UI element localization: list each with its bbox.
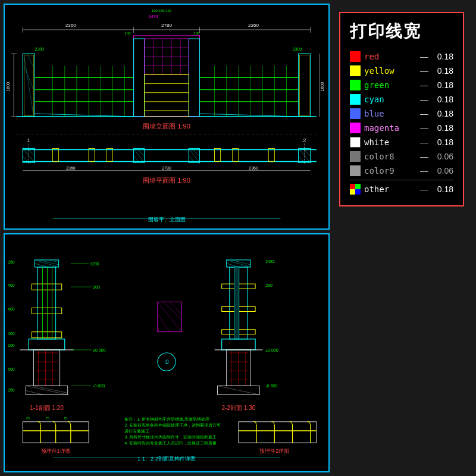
color8-value: 0.06 <box>432 152 453 161</box>
drawings-panel: 2360 2780 2360 1600 1600 围墙立面图 1:90 <box>0 0 333 476</box>
main-container: 2360 2780 2360 1600 1600 围墙立面图 1:90 <box>0 0 476 476</box>
blue-value: 0.18 <box>432 109 453 118</box>
svg-text:1600: 1600 <box>320 82 324 92</box>
legend-row-green: green — 0.18 <box>350 80 453 90</box>
green-dash: — <box>420 80 428 90</box>
svg-text:2300: 2300 <box>35 47 44 51</box>
color8-dash: — <box>420 152 428 161</box>
svg-text:1-1剖面 1:20: 1-1剖面 1:20 <box>30 405 64 411</box>
legend-row-color8: color8 — 0.06 <box>350 151 453 162</box>
svg-text:150: 150 <box>8 388 15 392</box>
color9-value: 0.06 <box>432 166 453 176</box>
svg-text:100: 100 <box>193 32 200 35</box>
svg-rect-161 <box>234 267 239 339</box>
svg-text:1200: 1200 <box>90 262 99 266</box>
svg-text:±0.000: ±0.000 <box>265 348 278 352</box>
svg-text:2360: 2360 <box>248 23 259 28</box>
svg-text:400: 400 <box>8 331 15 336</box>
yellow-label: yellow <box>364 66 416 76</box>
svg-text:600: 600 <box>8 367 15 371</box>
color9-dash: — <box>420 166 428 176</box>
legend-box: 打印线宽 red — 0.18 yellow — 0.18 green — 0.… <box>339 12 464 206</box>
svg-text:-0.600: -0.600 <box>265 384 277 388</box>
yellow-dash: — <box>420 66 428 76</box>
svg-rect-211 <box>355 189 361 195</box>
blue-swatch <box>350 108 361 119</box>
svg-text:100 150 100: 100 150 100 <box>152 9 172 12</box>
green-value: 0.18 <box>432 80 453 90</box>
svg-text:2360: 2360 <box>249 166 258 170</box>
red-value: 0.18 <box>432 52 453 61</box>
magenta-dash: — <box>420 123 428 133</box>
color8-swatch <box>350 151 361 162</box>
yellow-value: 0.18 <box>432 66 453 76</box>
other-dash: — <box>420 184 428 194</box>
svg-text:2: 2 <box>303 137 306 143</box>
color9-label: color9 <box>364 166 416 176</box>
legend-row-color9: color9 — 0.06 <box>350 165 453 176</box>
svg-text:-0.600: -0.600 <box>93 384 105 388</box>
legend-row-blue: blue — 0.18 <box>350 108 453 119</box>
color9-swatch <box>350 165 361 176</box>
svg-text:2. 安装前应将各构件端部处理干净，达到要求后方可: 2. 安装前应将各构件端部处理干净，达到要求后方可 <box>124 423 220 427</box>
svg-text:4. 安装时应由专业施工人员进行，以保证工程质量: 4. 安装时应由专业施工人员进行，以保证工程质量 <box>124 441 216 446</box>
svg-text:75: 75 <box>26 416 30 420</box>
svg-text:进行安装施工: 进行安装施工 <box>124 429 149 433</box>
white-dash: — <box>420 137 428 147</box>
green-swatch <box>350 80 361 90</box>
legend-row-yellow: yellow — 0.18 <box>350 65 453 76</box>
svg-rect-210 <box>350 189 355 195</box>
svg-text:200: 200 <box>265 283 273 287</box>
magenta-swatch <box>350 123 361 133</box>
svg-text:预埋件2详图: 预埋件2详图 <box>259 448 289 454</box>
legend-panel: 打印线宽 red — 0.18 yellow — 0.18 green — 0.… <box>333 0 470 476</box>
legend-row-white: white — 0.18 <box>350 137 453 148</box>
svg-text:①: ① <box>164 359 170 365</box>
red-dash: — <box>420 52 428 61</box>
svg-text:围墙平面图 1:90: 围墙平面图 1:90 <box>143 177 190 184</box>
red-label: red <box>364 52 416 61</box>
svg-text:±0.000: ±0.000 <box>93 348 106 352</box>
svg-text:100: 100 <box>8 343 15 347</box>
svg-text:400: 400 <box>8 307 15 311</box>
svg-text:2-2剖面 1:30: 2-2剖面 1:30 <box>221 405 255 411</box>
green-label: green <box>364 80 416 90</box>
blue-label: blue <box>364 109 416 118</box>
top-drawing-svg: 2360 2780 2360 1600 1600 围墙立面图 1:90 <box>5 5 328 228</box>
cyan-dash: — <box>420 95 428 104</box>
legend-separator <box>350 180 453 180</box>
legend-row-cyan: cyan — 0.18 <box>350 94 453 105</box>
color8-label: color8 <box>364 152 416 161</box>
svg-text:围墙平、立面图: 围墙平、立面图 <box>148 217 186 223</box>
svg-text:1600: 1600 <box>6 82 10 92</box>
magenta-value: 0.18 <box>432 123 453 133</box>
red-swatch <box>350 51 361 62</box>
svg-text:围墙立面图 1:90: 围墙立面图 1:90 <box>143 123 190 130</box>
svg-text:1: 1 <box>27 137 30 143</box>
svg-text:1-1、2-2剖面及构件详图: 1-1、2-2剖面及构件详图 <box>137 456 196 462</box>
svg-text:75: 75 <box>64 416 68 420</box>
white-swatch <box>350 137 361 148</box>
cyan-value: 0.18 <box>432 95 453 104</box>
other-swatch <box>350 184 361 195</box>
legend-row-other: other — 0.18 <box>350 184 453 195</box>
white-value: 0.18 <box>432 137 453 147</box>
white-label: white <box>364 137 416 147</box>
svg-text:2780: 2780 <box>161 23 172 28</box>
svg-text:2360: 2360 <box>65 23 76 28</box>
svg-text:3. 所有尺寸标注均为实际尺寸，安装时须按此施工: 3. 所有尺寸标注均为实际尺寸，安装时须按此施工 <box>124 435 216 439</box>
legend-row-magenta: magenta — 0.18 <box>350 123 453 133</box>
svg-text:预埋件1详图: 预埋件1详图 <box>41 448 71 454</box>
yellow-swatch <box>350 65 361 76</box>
svg-text:2481: 2481 <box>265 259 275 264</box>
drawing-bottom: 350 400 400 400 100 600 150 1200 200 ±0.… <box>4 233 330 472</box>
other-value: 0.18 <box>432 184 453 194</box>
svg-text:2360: 2360 <box>66 166 76 170</box>
cyan-swatch <box>350 94 361 105</box>
legend-row-red: red — 0.18 <box>350 51 453 62</box>
cyan-label: cyan <box>364 95 416 104</box>
svg-text:2780: 2780 <box>162 166 171 170</box>
svg-text:1470: 1470 <box>149 14 158 18</box>
drawing-top: 2360 2780 2360 1600 1600 围墙立面图 1:90 <box>4 4 330 230</box>
svg-text:备注：1. 所有钢材均不含防锈漆,应做防锈处理: 备注：1. 所有钢材均不含防锈漆,应做防锈处理 <box>124 417 209 422</box>
